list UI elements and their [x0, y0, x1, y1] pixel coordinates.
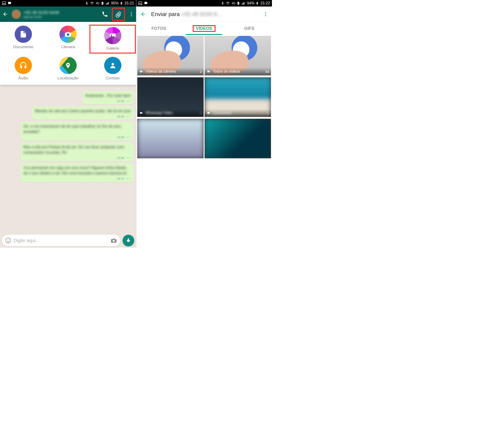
attach-location-label: Localização [57, 76, 78, 81]
statusbar-left: 4G 1 95% 15:21 [0, 0, 136, 6]
delivered-icon: ✓✓ [126, 115, 131, 118]
messages-list[interactable]: finalmente . Por tudo bem 15:05✓✓ Manda … [0, 89, 136, 233]
album-name: Vídeos da câmera [146, 69, 200, 74]
signal-icon [241, 1, 246, 5]
picture-icon [2, 1, 6, 5]
svg-point-22 [265, 12, 266, 13]
tabs: FOTOS VÍDEOS GIFS [136, 22, 272, 35]
video-icon [206, 70, 211, 73]
page-title: Enviar para +55 48 9193 6… [151, 11, 259, 17]
back-button[interactable] [1, 9, 9, 20]
person-icon [109, 62, 116, 69]
svg-point-1 [92, 4, 92, 5]
camera-colored-icon [64, 31, 72, 38]
message-bubble[interactable]: finalmente . Por tudo bem 15:05✓✓ [83, 91, 133, 104]
battery-percent: 95% [111, 1, 119, 5]
message-input-placeholder: Digite aqui... [11, 238, 110, 243]
network-type-label: 4G [96, 2, 100, 5]
delivered-icon: ✓✓ [126, 136, 131, 139]
message-input[interactable]: Digite aqui... [2, 235, 120, 246]
attach-audio[interactable]: Áudio [1, 57, 46, 81]
avatar[interactable] [12, 10, 21, 19]
album-camera-videos[interactable]: Vídeos da câmera 2 [137, 36, 204, 75]
svg-rect-28 [207, 112, 209, 114]
album-item[interactable] [205, 119, 271, 158]
camera-input-icon[interactable] [110, 237, 117, 244]
battery-icon [120, 1, 123, 5]
album-all-videos[interactable]: Todos os vídeos 34 [205, 36, 271, 75]
album-count: 2 [200, 69, 201, 74]
svg-point-7 [131, 15, 132, 16]
tab-videos[interactable]: VÍDEOS [181, 22, 227, 35]
battery-icon [256, 1, 259, 5]
video-albums-grid[interactable]: Vídeos da câmera 2 Todos os vídeos 34 [136, 35, 272, 76]
mic-button[interactable] [123, 235, 134, 246]
tab-gifs[interactable]: GIFS [227, 22, 272, 35]
more-icon[interactable] [262, 10, 270, 19]
message-bubble[interactable]: Mas a ida pra Floripa tá de pé. Só vou f… [21, 143, 133, 161]
emoji-icon[interactable] [5, 238, 11, 243]
delivered-icon: ✓✓ [126, 99, 131, 103]
call-icon[interactable] [102, 11, 108, 17]
mic-icon [126, 238, 131, 243]
svg-point-15 [9, 240, 9, 240]
sim-icon: 1 [101, 1, 104, 5]
video-icon [139, 111, 144, 115]
svg-rect-25 [140, 71, 142, 72]
album-name: Todos os vídeos [213, 69, 265, 74]
svg-point-16 [112, 240, 115, 242]
svg-text:1: 1 [102, 2, 103, 4]
contact-title[interactable]: +55 48 9193 6449 hoje às 14:58 [23, 10, 99, 19]
bluetooth-icon [221, 1, 224, 5]
location-pin-icon [65, 61, 71, 69]
svg-rect-4 [121, 2, 122, 2]
message-bubble[interactable]: Manda um até pra Carlos quando puder, el… [32, 107, 133, 120]
screen-chat: 4G 1 95% 15:21 +55 48 9193 6449 hoje às … [0, 0, 136, 248]
attach-button[interactable] [112, 8, 125, 20]
message-bubble[interactable]: Ah, e me inventaram de ter que trabalhar… [21, 122, 133, 140]
svg-point-14 [7, 240, 8, 240]
album-item[interactable]: Downloads 3 [205, 77, 271, 117]
attach-audio-label: Áudio [18, 76, 28, 81]
svg-rect-0 [2, 2, 6, 5]
attach-camera-label: Câmera [61, 45, 75, 49]
attach-camera[interactable]: Câmera [46, 26, 90, 53]
back-button[interactable] [139, 10, 148, 19]
send-to-label: Enviar para [151, 11, 180, 17]
svg-point-24 [265, 15, 266, 16]
more-albums-row-2[interactable] [136, 118, 272, 159]
svg-rect-27 [140, 112, 142, 114]
wifi-icon [90, 1, 94, 5]
attach-contact[interactable]: Contato [90, 57, 135, 81]
picture-icon [138, 1, 142, 5]
screen-gallery: 4G 1 94% 15:22 Enviar para +55 48 9193 6… [136, 0, 272, 248]
attach-gallery[interactable]: Galeria [90, 26, 135, 53]
svg-point-23 [265, 14, 266, 15]
svg-point-11 [67, 64, 69, 65]
send-to-header: Enviar para +55 48 9193 6… [136, 6, 272, 22]
sim-icon: 1 [237, 1, 240, 5]
clock-label: 15:22 [260, 1, 270, 6]
album-item[interactable] [137, 119, 204, 158]
tab-fotos[interactable]: FOTOS [136, 22, 181, 35]
delivered-icon: ✓✓ [126, 156, 131, 160]
input-bar: Digite aqui... [2, 235, 134, 246]
message-bubble[interactable]: Vcs pensaram em algo pro ano novo? Algue… [21, 163, 133, 182]
attach-document[interactable]: Documento [1, 26, 46, 53]
svg-rect-21 [257, 2, 257, 2]
album-count: 34 [265, 69, 269, 74]
document-icon [19, 30, 27, 38]
svg-point-10 [111, 34, 112, 36]
svg-point-8 [67, 33, 69, 36]
statusbar-right: 4G 1 94% 15:22 [136, 0, 272, 6]
video-icon [139, 70, 144, 73]
svg-point-18 [228, 4, 228, 5]
album-item[interactable]: Whatsapp Video 7 [137, 77, 204, 117]
attach-location[interactable]: Localização [46, 57, 90, 81]
more-albums-row[interactable]: Whatsapp Video 7 Downloads 3 [136, 76, 272, 118]
message-time: 15:06 [117, 136, 125, 139]
more-icon[interactable] [129, 11, 134, 17]
svg-text:1: 1 [238, 2, 239, 4]
chat-icon [144, 1, 148, 5]
delivered-icon: ✓✓ [126, 177, 131, 180]
